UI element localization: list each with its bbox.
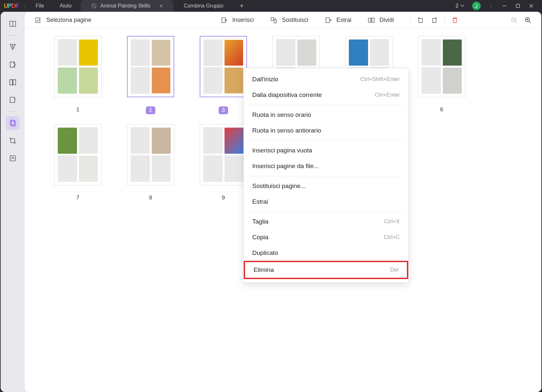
page-number: 6 (440, 106, 443, 113)
ctx-label: Ruota in senso antiorario (252, 127, 321, 134)
rotate-left-icon[interactable] (417, 17, 424, 24)
watermark-icon[interactable] (6, 151, 20, 165)
chevron-down-icon (460, 5, 464, 7)
ctx-label: Dall'inizio (252, 76, 278, 83)
page-number: 8 (149, 195, 152, 201)
tab-label: Animal Painting Skills (100, 3, 150, 9)
ctx-rotate-cw[interactable]: Ruota in senso orario (244, 107, 408, 123)
form-tool-icon[interactable] (6, 93, 20, 107)
ctx-shortcut: Ctrl+C (384, 234, 400, 241)
select-pages-button[interactable]: Seleziona pagine (35, 17, 91, 24)
reader-mode-icon[interactable] (6, 17, 20, 31)
page-thumbnail[interactable] (127, 124, 174, 185)
separator (8, 111, 17, 112)
title-bar: UPDF | File Aiuto Animal Painting Skills… (0, 0, 542, 12)
select-icon (35, 17, 42, 24)
split-icon (368, 17, 375, 24)
svg-rect-20 (274, 20, 276, 23)
crop-icon[interactable] (6, 134, 20, 148)
separator (248, 105, 404, 105)
page-thumbnail[interactable] (54, 124, 101, 185)
zoom-out-icon[interactable] (511, 17, 518, 24)
ctx-extract[interactable]: Estrai (244, 194, 408, 210)
replace-label: Sostituisci (282, 17, 308, 24)
separator: | (490, 3, 492, 9)
svg-rect-11 (10, 97, 15, 102)
avatar[interactable]: J (472, 2, 481, 10)
svg-rect-26 (433, 18, 436, 23)
split-button[interactable]: Dividi (368, 17, 394, 24)
page-thumbnail[interactable] (127, 36, 174, 97)
svg-rect-21 (326, 18, 330, 23)
svg-rect-19 (271, 17, 273, 20)
page-view-icon[interactable] (6, 75, 20, 89)
ctx-label: Duplicato (252, 249, 278, 257)
toolbar: Seleziona pagine Inserisci Sostituisci E (25, 12, 541, 29)
ctx-delete[interactable]: Elimina Del (244, 261, 408, 279)
maximize-button[interactable] (515, 3, 520, 8)
page-thumbnail[interactable] (200, 36, 247, 97)
page-thumbnail[interactable] (200, 124, 247, 185)
thumbnails-area: 1 2 (25, 29, 541, 392)
organize-pages-icon[interactable] (6, 116, 20, 130)
svg-rect-2 (516, 4, 519, 8)
trash-icon[interactable] (451, 17, 458, 24)
rotate-right-icon[interactable] (431, 17, 438, 24)
separator (248, 212, 404, 212)
svg-line-33 (529, 21, 531, 23)
separator (248, 140, 404, 141)
svg-rect-22 (368, 18, 371, 22)
tab-inactive[interactable]: Combina Gruppo (173, 0, 234, 12)
ctx-duplicate[interactable]: Duplicato (244, 245, 408, 261)
svg-rect-10 (13, 80, 16, 85)
ctx-from-start[interactable]: Dall'inizio Ctrl+Shift+Enter (244, 71, 408, 87)
notification-badge[interactable]: 2 (456, 3, 464, 9)
ctx-replace[interactable]: Sostituisci pagine... (244, 178, 408, 194)
separator (8, 35, 17, 36)
menu-help[interactable]: Aiuto (52, 0, 79, 11)
insert-button[interactable]: Inserisci (221, 17, 254, 24)
edit-tool-icon[interactable] (6, 58, 20, 71)
page-number: 3 (219, 106, 228, 114)
ctx-label: Inserisci pagine da file... (252, 163, 319, 170)
svg-rect-15 (36, 18, 40, 23)
app-logo: UPDF (0, 3, 23, 9)
ctx-insert-blank[interactable]: Inserisci pagina vuota (244, 143, 408, 158)
replace-button[interactable]: Sostituisci (270, 17, 308, 24)
ctx-insert-file[interactable]: Inserisci pagine da file... (244, 158, 408, 174)
svg-rect-25 (419, 18, 423, 23)
svg-rect-9 (10, 80, 12, 85)
menu-file[interactable]: File (28, 0, 52, 11)
page-number: 7 (76, 195, 79, 201)
extract-label: Estrai (336, 17, 351, 24)
ctx-label: Sostituisci pagine... (252, 182, 306, 190)
ctx-rotate-ccw[interactable]: Ruota in senso antiorario (244, 123, 408, 138)
replace-icon (270, 17, 277, 24)
extract-button[interactable]: Estrai (325, 17, 351, 24)
close-button[interactable] (528, 3, 534, 9)
badge-count: 2 (456, 3, 458, 9)
tab-label: Combina Gruppo (184, 3, 224, 9)
split-label: Dividi (379, 17, 394, 24)
tab-add-button[interactable]: + (234, 2, 250, 10)
ctx-from-current[interactable]: Dalla diapositiva corrente Ctrl+Enter (244, 87, 408, 103)
ctx-label: Estrai (252, 198, 268, 205)
ctx-shortcut: Ctrl+Enter (375, 92, 400, 98)
page-thumbnail[interactable] (418, 36, 465, 97)
comment-tool-icon[interactable] (6, 40, 20, 54)
ctx-copy[interactable]: Copia Ctrl+C (244, 229, 408, 245)
zoom-in-icon[interactable] (524, 17, 532, 24)
close-icon[interactable]: × (159, 3, 163, 9)
svg-rect-8 (10, 62, 15, 67)
context-menu: Dall'inizio Ctrl+Shift+Enter Dalla diapo… (243, 68, 409, 283)
ctx-shortcut: Ctrl+Shift+Enter (360, 76, 400, 83)
separator: | (24, 3, 26, 9)
separator (444, 17, 445, 24)
extract-icon (325, 17, 332, 24)
page-number: 1 (76, 106, 79, 113)
tab-active[interactable]: Animal Painting Skills × (81, 0, 173, 12)
ctx-cut[interactable]: Taglia Ctrl+X (244, 214, 408, 229)
ctx-shortcut: Del (390, 267, 398, 273)
minimize-button[interactable] (502, 3, 507, 9)
page-thumbnail[interactable] (54, 36, 101, 97)
